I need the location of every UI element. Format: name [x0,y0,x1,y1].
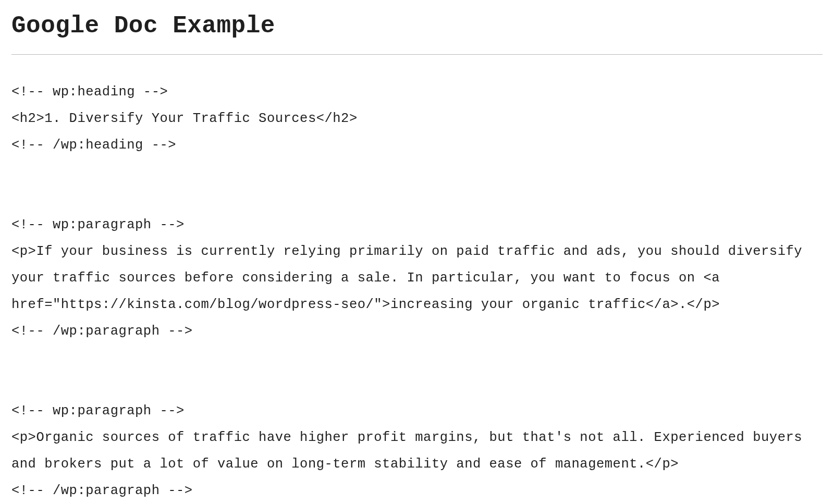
page-title: Google Doc Example [11,13,823,40]
document-page: Google Doc Example <!-- wp:heading --> <… [0,0,834,504]
title-divider [11,54,823,55]
code-content: <!-- wp:heading --> <h2>1. Diversify You… [11,79,823,504]
